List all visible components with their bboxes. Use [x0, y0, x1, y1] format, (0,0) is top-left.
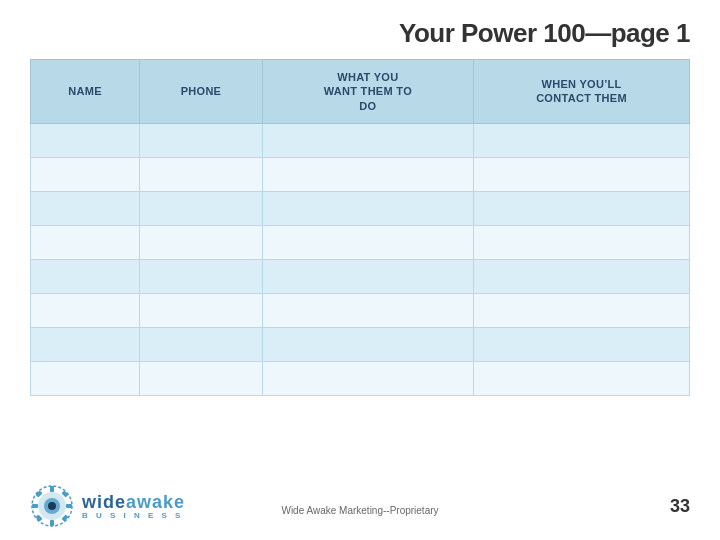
table-cell	[31, 123, 140, 157]
table-cell	[262, 327, 473, 361]
col-header-when: WHEN YOU’LL CONTACT THEM	[474, 60, 690, 124]
table-cell	[140, 123, 262, 157]
table-cell	[140, 361, 262, 395]
col-header-what: WHAT YOU WANT THEM TO DO	[262, 60, 473, 124]
svg-rect-4	[50, 486, 54, 492]
page-number: 33	[670, 496, 690, 517]
power-100-table: NAME PHONE WHAT YOU WANT THEM TO DO WHEN…	[30, 59, 690, 396]
table-row	[31, 259, 690, 293]
col-header-phone: PHONE	[140, 60, 262, 124]
svg-point-3	[48, 502, 56, 510]
svg-rect-6	[32, 504, 38, 508]
table-cell	[474, 225, 690, 259]
table-cell	[31, 259, 140, 293]
footer-attribution: Wide Awake Marketing--Proprietary	[281, 505, 438, 516]
table-cell	[31, 157, 140, 191]
page-title: Your Power 100—page 1	[0, 0, 720, 59]
table-cell	[474, 191, 690, 225]
main-table-container: NAME PHONE WHAT YOU WANT THEM TO DO WHEN…	[30, 59, 690, 396]
table-row	[31, 191, 690, 225]
table-cell	[262, 157, 473, 191]
table-cell	[31, 225, 140, 259]
table-cell	[474, 157, 690, 191]
table-cell	[262, 123, 473, 157]
table-cell	[262, 225, 473, 259]
table-cell	[262, 293, 473, 327]
table-row	[31, 293, 690, 327]
svg-rect-8	[35, 490, 42, 497]
svg-rect-10	[35, 514, 42, 521]
table-cell	[31, 191, 140, 225]
table-row	[31, 327, 690, 361]
table-cell	[474, 293, 690, 327]
table-cell	[140, 157, 262, 191]
table-cell	[140, 293, 262, 327]
svg-rect-9	[61, 490, 68, 497]
col-header-name: NAME	[31, 60, 140, 124]
footer: wideawake B U S I N E S S Wide Awake Mar…	[0, 484, 720, 528]
logo-wide-span: wide	[82, 492, 126, 512]
table-cell	[140, 327, 262, 361]
table-cell	[474, 259, 690, 293]
svg-rect-5	[50, 520, 54, 526]
table-cell	[140, 191, 262, 225]
logo-text: wideawake B U S I N E S S	[82, 493, 185, 520]
logo: wideawake B U S I N E S S	[30, 484, 185, 528]
table-cell	[140, 259, 262, 293]
table-cell	[262, 259, 473, 293]
table-row	[31, 157, 690, 191]
table-cell	[262, 191, 473, 225]
svg-rect-11	[61, 514, 68, 521]
logo-awake-span: awake	[126, 492, 185, 512]
table-cell	[31, 293, 140, 327]
svg-rect-7	[66, 504, 72, 508]
logo-business: B U S I N E S S	[82, 511, 185, 520]
table-row	[31, 225, 690, 259]
table-cell	[31, 327, 140, 361]
logo-icon	[30, 484, 74, 528]
table-row	[31, 361, 690, 395]
table-cell	[262, 361, 473, 395]
logo-wide: wideawake	[82, 493, 185, 511]
table-cell	[31, 361, 140, 395]
table-row	[31, 123, 690, 157]
table-cell	[474, 123, 690, 157]
table-cell	[474, 361, 690, 395]
table-cell	[140, 225, 262, 259]
table-cell	[474, 327, 690, 361]
